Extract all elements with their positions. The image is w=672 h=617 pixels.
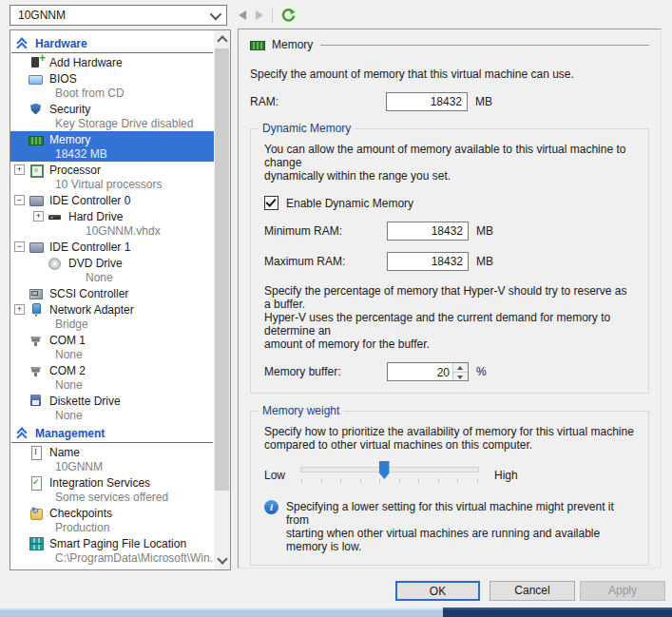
section-header-label: Management: [35, 427, 105, 440]
toolbar-divider: [272, 9, 273, 23]
sidebar-item-com-2[interactable]: COM 2None: [10, 362, 214, 393]
bios-icon: [29, 72, 44, 86]
ram-field-row: RAM: MB: [250, 92, 649, 111]
sidebar-item-memory[interactable]: Memory18432 MB: [10, 131, 214, 162]
slider-track[interactable]: [300, 467, 479, 472]
memory-buffer-spinner[interactable]: 20: [387, 362, 469, 381]
collapse-section-icon[interactable]: [16, 428, 28, 439]
sidebar-item-scsi-controller[interactable]: SCSI Controller: [10, 285, 214, 301]
slider-tick: [457, 479, 458, 483]
navigate-back-icon[interactable]: [239, 10, 246, 20]
dynamic-memory-group: Dynamic Memory You can allow the amount …: [250, 128, 649, 394]
sidebar-item-subtext: 18432 MB: [10, 147, 214, 162]
spin-up-icon[interactable]: [453, 363, 468, 372]
expand-icon[interactable]: +: [33, 211, 44, 222]
ok-button[interactable]: OK: [395, 581, 480, 601]
memory-buffer-row: Memory buffer: 20 %: [264, 362, 635, 381]
scroll-down-icon[interactable]: [217, 553, 227, 564]
minimum-ram-input[interactable]: [387, 222, 469, 241]
sidebar-item-ide-controller-1[interactable]: −IDE Controller 1: [10, 239, 214, 255]
checkpoints-icon: [29, 507, 44, 520]
navigate-forward-icon[interactable]: [256, 10, 263, 20]
add-hardware-icon: [29, 56, 44, 69]
slider-tick: [399, 479, 400, 483]
sidebar-item-subtext: None: [10, 271, 214, 285]
expand-icon[interactable]: +: [14, 304, 25, 315]
sidebar-item-network-adapter[interactable]: +Network AdapterBridge: [10, 301, 214, 332]
ide-controller-icon: [29, 241, 44, 254]
sidebar-item-smart-paging-file-location[interactable]: Smart Paging File LocationC:\ProgramData…: [10, 535, 214, 566]
section-header-management[interactable]: Management: [11, 425, 213, 443]
smart-paging-icon: [29, 537, 44, 550]
enable-dynamic-memory-row[interactable]: Enable Dynamic Memory: [264, 196, 635, 210]
scroll-up-icon[interactable]: [217, 35, 227, 46]
enable-dynamic-memory-checkbox[interactable]: [264, 196, 278, 210]
sidebar-item-name[interactable]: Name10GNNM: [10, 444, 214, 474]
sidebar-item-label: Hard Drive: [68, 210, 123, 223]
slider-low-label: Low: [264, 469, 300, 482]
info-icon: i: [264, 500, 278, 514]
network-adapter-icon: [29, 303, 44, 317]
spinner-buttons: [452, 363, 468, 380]
sidebar-item-dvd-drive[interactable]: DVD DriveNone: [10, 255, 214, 285]
slider-tick: [477, 479, 478, 483]
cancel-button[interactable]: Cancel: [490, 581, 575, 601]
sidebar-item-com-1[interactable]: COM 1None: [10, 332, 214, 362]
security-icon: [29, 103, 44, 116]
sidebar-item-subtext: 10 Virtual processors: [10, 178, 214, 192]
collapse-icon[interactable]: −: [14, 195, 25, 205]
collapse-icon[interactable]: −: [14, 241, 25, 252]
vm-selector-dropdown[interactable]: 10GNNM: [10, 5, 227, 26]
sidebar-item-label: Security: [49, 103, 90, 116]
slider-thumb[interactable]: [379, 461, 390, 479]
collapse-section-icon[interactable]: [16, 38, 28, 49]
sidebar-item-checkpoints[interactable]: CheckpointsProduction: [10, 505, 214, 535]
minimum-ram-row: Minimum RAM: MB: [264, 222, 635, 241]
memory-weight-description: Specify how to prioritize the availabili…: [264, 425, 635, 452]
maximum-ram-label: Maximum RAM:: [264, 255, 387, 268]
sidebar-item-label: BIOS: [49, 72, 77, 86]
scrollbar-thumb[interactable]: [215, 48, 229, 491]
sidebar-item-label: Add Hardware: [49, 56, 123, 69]
panel-intro-text: Specify the amount of memory that this v…: [250, 67, 649, 81]
sidebar-item-diskette-drive[interactable]: Diskette DriveNone: [10, 393, 214, 423]
scsi-controller-icon: [29, 287, 44, 300]
memory-buffer-label: Memory buffer:: [264, 365, 387, 378]
sidebar-item-subtext: None: [10, 378, 214, 393]
ide-controller-icon: [29, 194, 44, 207]
diskette-drive-icon: [29, 395, 44, 408]
sidebar-item-hard-drive[interactable]: +Hard Drive10GNNM.vhdx: [10, 208, 214, 239]
slider-tick: [301, 479, 302, 483]
maximum-ram-row: Maximum RAM: MB: [264, 252, 635, 271]
refresh-icon[interactable]: [281, 9, 296, 23]
sidebar-scrollbar[interactable]: [214, 30, 230, 569]
sidebar-item-label: DVD Drive: [68, 257, 123, 270]
ram-input[interactable]: [386, 92, 468, 111]
sidebar-item-label: Integration Services: [49, 476, 150, 490]
sidebar-item-ide-controller-0[interactable]: −IDE Controller 0: [10, 192, 214, 208]
sidebar-item-add-hardware[interactable]: Add Hardware: [10, 54, 214, 70]
memory-weight-group-label: Memory weight: [259, 404, 343, 417]
spin-down-icon[interactable]: [453, 372, 468, 381]
sidebar-item-subtext: Some services offered: [10, 491, 214, 505]
sidebar-item-bios[interactable]: BIOSBoot from CD: [10, 70, 214, 101]
chevron-down-icon: [210, 8, 222, 20]
maximum-ram-input[interactable]: [387, 252, 469, 271]
expand-icon[interactable]: +: [14, 164, 25, 175]
sidebar-item-label: IDE Controller 1: [49, 241, 130, 254]
toolbar: 10GNNM: [10, 5, 662, 26]
navigation-controls: [239, 9, 296, 23]
slider-high-label: High: [494, 469, 518, 482]
hard-drive-icon: [48, 210, 63, 223]
sidebar-item-label: Network Adapter: [49, 303, 134, 317]
memory-buffer-value: 20: [437, 366, 450, 379]
sidebar-item-integration-services[interactable]: Integration ServicesSome services offere…: [10, 474, 214, 505]
sidebar-item-processor[interactable]: +Processor10 Virtual processors: [10, 162, 214, 192]
hyperv-vm-settings-window: 10GNNM HardwareAdd HardwareBIOSBoot from…: [0, 0, 672, 617]
dynamic-memory-group-label: Dynamic Memory: [259, 122, 355, 135]
ram-unit: MB: [475, 95, 492, 108]
settings-nav-sidebar: HardwareAdd HardwareBIOSBoot from CDSecu…: [10, 29, 231, 570]
sidebar-item-label: Diskette Drive: [49, 395, 121, 408]
sidebar-item-security[interactable]: SecurityKey Storage Drive disabled: [10, 101, 214, 131]
sidebar-item-subtext: Boot from CD: [10, 87, 214, 101]
